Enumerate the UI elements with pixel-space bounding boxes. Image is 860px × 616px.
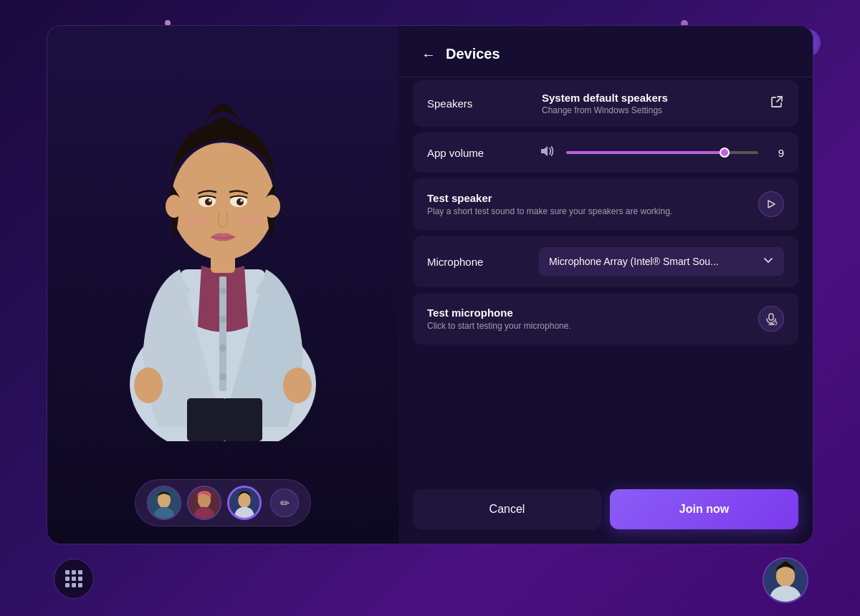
test-mic-subtitle: Click to start testing your microphone. [427, 321, 758, 331]
svg-rect-29 [769, 314, 773, 320]
join-now-button[interactable]: Join now [610, 489, 798, 529]
avatar-thumb-3[interactable] [227, 486, 262, 520]
grid-dot [72, 570, 76, 574]
header-divider [398, 77, 813, 77]
avatar-main [94, 54, 352, 441]
volume-slider[interactable] [566, 151, 758, 154]
test-mic-button[interactable] [758, 306, 784, 332]
app-volume-label: App volume [427, 147, 527, 159]
bottom-right-avatar[interactable] [763, 557, 808, 603]
test-microphone-row: Test microphone Click to start testing y… [413, 293, 798, 345]
svg-point-4 [219, 316, 226, 323]
microphone-row: Microphone Microphone Array (Intel® Smar… [413, 236, 798, 287]
speakers-name: System default speakers [542, 92, 761, 104]
svg-point-5 [219, 345, 226, 352]
volume-value: 9 [770, 147, 784, 159]
speakers-value: System default speakers Change from Wind… [527, 92, 784, 115]
microphone-dropdown[interactable]: Microphone Array (Intel® Smart Sou... [539, 247, 784, 276]
action-buttons: Cancel Join now [398, 475, 813, 544]
svg-point-18 [239, 212, 264, 226]
grid-dot [72, 577, 76, 581]
devices-title: Devices [446, 46, 500, 62]
grid-menu-button[interactable] [54, 559, 94, 599]
volume-track [566, 151, 758, 154]
test-speaker-text: Test speaker Play a short test sound to … [427, 192, 758, 216]
speakers-external-link-icon[interactable] [770, 95, 784, 112]
svg-point-17 [181, 212, 207, 226]
svg-point-9 [166, 195, 183, 218]
left-panel: ✏ [47, 26, 398, 544]
volume-icon [539, 143, 555, 163]
avatar-thumb-1[interactable] [147, 486, 181, 520]
test-speaker-title: Test speaker [427, 192, 758, 204]
grid-dot [65, 577, 70, 581]
microphone-label: Microphone [427, 256, 527, 268]
avatar-svg [94, 54, 352, 441]
svg-point-20 [283, 367, 312, 403]
devices-header: ← Devices [398, 26, 813, 77]
grid-dot [78, 577, 82, 581]
grid-dot [78, 570, 82, 574]
edit-avatar-button[interactable]: ✏ [270, 489, 299, 517]
svg-rect-21 [187, 398, 226, 441]
grid-dot [78, 583, 82, 587]
main-container: ✏ ← Devices Speakers System default spea… [47, 25, 813, 544]
svg-point-8 [171, 143, 274, 260]
svg-point-10 [263, 195, 280, 218]
play-button[interactable] [758, 191, 784, 217]
back-button[interactable]: ← [421, 47, 436, 62]
speakers-label: Speakers [427, 97, 527, 110]
edit-icon: ✏ [280, 496, 290, 510]
test-mic-title: Test microphone [427, 307, 758, 319]
speakers-row: Speakers System default speakers Change … [413, 80, 798, 127]
grid-dot [72, 583, 76, 587]
chevron-down-icon [763, 254, 774, 269]
svg-point-3 [219, 287, 226, 294]
volume-thumb [720, 148, 730, 158]
avatar-thumb-2[interactable] [187, 486, 221, 520]
svg-point-28 [238, 493, 251, 508]
grid-dot [65, 583, 70, 587]
speakers-sub: Change from Windows Settings [542, 105, 761, 115]
right-panel: ← Devices Speakers System default speake… [398, 26, 813, 544]
svg-point-19 [134, 367, 163, 403]
svg-point-15 [209, 199, 211, 202]
avatar-selector: ✏ [135, 479, 311, 526]
svg-point-16 [240, 199, 243, 202]
svg-point-14 [236, 198, 244, 206]
cancel-button[interactable]: Cancel [413, 489, 601, 529]
test-speaker-row: Test speaker Play a short test sound to … [413, 178, 798, 230]
svg-point-6 [219, 373, 226, 380]
svg-point-13 [205, 198, 212, 206]
grid-dot [65, 570, 70, 574]
test-mic-text: Test microphone Click to start testing y… [427, 307, 758, 331]
devices-content: Speakers System default speakers Change … [398, 80, 813, 475]
svg-rect-22 [223, 398, 262, 441]
microphone-device-name: Microphone Array (Intel® Smart Sou... [549, 256, 755, 267]
test-speaker-subtitle: Play a short test sound to make sure you… [427, 206, 758, 216]
grid-icon [65, 570, 82, 587]
app-volume-row: App volume 9 [413, 133, 798, 173]
speakers-name-block: System default speakers Change from Wind… [542, 92, 761, 115]
